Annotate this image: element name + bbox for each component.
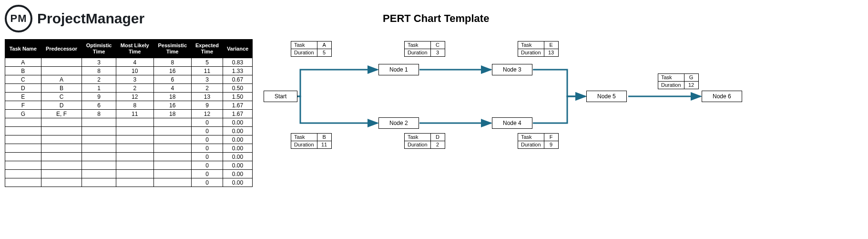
table-cell[interactable] (82, 178, 116, 187)
table-cell[interactable] (153, 135, 191, 144)
table-cell[interactable]: C (5, 75, 41, 84)
table-cell[interactable] (153, 161, 191, 170)
table-cell[interactable] (82, 127, 116, 135)
table-cell[interactable]: 0 (191, 170, 223, 178)
table-cell[interactable]: 3 (116, 75, 153, 84)
table-cell[interactable]: 0.00 (223, 178, 253, 187)
table-cell[interactable]: 2 (191, 84, 223, 93)
table-cell[interactable]: 18 (153, 93, 191, 101)
table-cell[interactable] (82, 170, 116, 178)
table-cell[interactable]: 18 (153, 110, 191, 118)
table-cell[interactable]: D (5, 84, 41, 93)
table-cell[interactable]: 0 (191, 118, 223, 127)
table-cell[interactable]: 16 (153, 67, 191, 75)
table-cell[interactable]: 1.67 (223, 110, 253, 118)
table-cell[interactable] (82, 144, 116, 153)
table-cell[interactable] (41, 127, 82, 135)
table-cell[interactable]: A (41, 75, 82, 84)
table-cell[interactable]: 6 (82, 101, 116, 110)
table-cell[interactable]: 8 (153, 58, 191, 67)
table-cell[interactable] (5, 170, 41, 178)
table-cell[interactable]: 12 (116, 93, 153, 101)
table-cell[interactable]: 3 (191, 75, 223, 84)
table-cell[interactable]: 0 (191, 153, 223, 161)
table-cell[interactable]: 10 (116, 67, 153, 75)
table-cell[interactable]: D (41, 101, 82, 110)
table-cell[interactable]: 12 (191, 110, 223, 118)
table-cell[interactable]: A (5, 58, 41, 67)
table-cell[interactable]: 0.00 (223, 153, 253, 161)
table-cell[interactable] (153, 118, 191, 127)
table-cell[interactable]: 11 (191, 67, 223, 75)
table-cell[interactable] (116, 127, 153, 135)
table-cell[interactable] (82, 118, 116, 127)
table-cell[interactable]: 6 (153, 75, 191, 84)
table-cell[interactable]: 0.50 (223, 84, 253, 93)
table-cell[interactable]: 0.00 (223, 144, 253, 153)
table-cell[interactable] (41, 153, 82, 161)
table-cell[interactable]: C (41, 93, 82, 101)
table-cell[interactable] (41, 58, 82, 67)
table-cell[interactable]: 2 (116, 84, 153, 93)
table-cell[interactable] (41, 170, 82, 178)
table-cell[interactable] (82, 161, 116, 170)
table-cell[interactable]: 8 (82, 67, 116, 75)
table-cell[interactable]: 0.00 (223, 118, 253, 127)
table-cell[interactable] (41, 135, 82, 144)
table-cell[interactable] (116, 178, 153, 187)
table-cell[interactable]: 11 (116, 110, 153, 118)
table-cell[interactable]: 1.50 (223, 93, 253, 101)
table-cell[interactable]: B (41, 84, 82, 93)
table-cell[interactable] (5, 153, 41, 161)
table-cell[interactable]: 8 (82, 110, 116, 118)
table-cell[interactable] (116, 118, 153, 127)
table-cell[interactable]: 0 (191, 144, 223, 153)
table-cell[interactable] (116, 153, 153, 161)
table-cell[interactable]: 0 (191, 161, 223, 170)
table-cell[interactable]: 5 (191, 58, 223, 67)
table-cell[interactable]: 0.00 (223, 127, 253, 135)
table-cell[interactable]: 3 (82, 58, 116, 67)
table-cell[interactable] (5, 178, 41, 187)
table-cell[interactable]: G (5, 110, 41, 118)
table-cell[interactable] (153, 153, 191, 161)
table-cell[interactable]: 13 (191, 93, 223, 101)
table-cell[interactable]: F (5, 101, 41, 110)
table-cell[interactable]: 9 (82, 93, 116, 101)
table-cell[interactable] (153, 127, 191, 135)
table-cell[interactable]: 1.67 (223, 101, 253, 110)
table-cell[interactable] (5, 127, 41, 135)
table-cell[interactable] (116, 161, 153, 170)
table-cell[interactable]: B (5, 67, 41, 75)
table-cell[interactable]: 4 (116, 58, 153, 67)
table-cell[interactable]: 0 (191, 127, 223, 135)
table-cell[interactable]: 1.33 (223, 67, 253, 75)
table-cell[interactable] (41, 67, 82, 75)
table-cell[interactable]: 0 (191, 135, 223, 144)
table-cell[interactable] (5, 144, 41, 153)
table-cell[interactable] (116, 170, 153, 178)
table-cell[interactable]: 2 (82, 75, 116, 84)
table-cell[interactable] (116, 135, 153, 144)
table-cell[interactable] (153, 144, 191, 153)
table-cell[interactable]: 0.00 (223, 161, 253, 170)
table-cell[interactable]: 1 (82, 84, 116, 93)
table-cell[interactable]: 16 (153, 101, 191, 110)
table-cell[interactable] (153, 178, 191, 187)
table-cell[interactable] (41, 144, 82, 153)
table-cell[interactable] (5, 118, 41, 127)
table-cell[interactable]: 0.67 (223, 75, 253, 84)
table-cell[interactable]: 0.00 (223, 135, 253, 144)
table-cell[interactable] (82, 153, 116, 161)
table-cell[interactable]: E (5, 93, 41, 101)
table-cell[interactable] (5, 135, 41, 144)
table-cell[interactable] (41, 161, 82, 170)
table-cell[interactable] (153, 170, 191, 178)
table-cell[interactable]: 8 (116, 101, 153, 110)
table-cell[interactable] (41, 178, 82, 187)
table-cell[interactable]: 4 (153, 84, 191, 93)
table-cell[interactable]: 0 (191, 178, 223, 187)
table-cell[interactable] (82, 135, 116, 144)
table-cell[interactable]: 0.83 (223, 58, 253, 67)
table-cell[interactable]: 0.00 (223, 170, 253, 178)
